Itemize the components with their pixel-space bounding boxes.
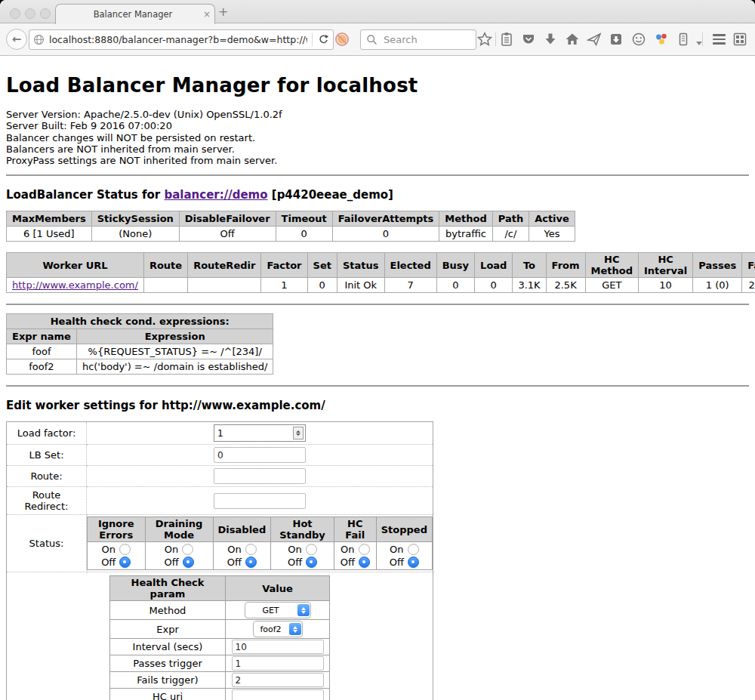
disabled-on-radio[interactable]: [245, 544, 257, 555]
method-select[interactable]: GET: [245, 602, 311, 618]
col-header: Hot Standby: [271, 517, 334, 542]
expr-select[interactable]: foof2: [253, 621, 303, 637]
cell: Off: [179, 227, 276, 242]
load-factor-input-wrap: [214, 424, 306, 442]
balancer-demo-link[interactable]: balancer://demo: [164, 188, 267, 202]
fails-trigger-input[interactable]: [232, 673, 324, 687]
url-bar[interactable]: localhost:8880/balancer-manager?b=demo&w…: [29, 29, 334, 50]
cell: [188, 278, 261, 293]
route-redirect-input[interactable]: [214, 493, 306, 509]
col-header: Load: [475, 253, 513, 278]
title-bar: Balancer Manager × +: [0, 0, 755, 23]
field-label: Load factor:: [7, 422, 87, 445]
worker-url-link[interactable]: http://www.example.com/: [12, 279, 138, 291]
route-input[interactable]: [214, 468, 306, 484]
hot-standby-on-radio[interactable]: [306, 544, 317, 555]
persist-notice-line: Balancer changes will NOT be persisted o…: [6, 132, 749, 143]
radio-label: On: [288, 544, 301, 555]
reading-list-icon[interactable]: [499, 32, 514, 47]
expr-value-cell: %{REQUEST_STATUS} =~ /^[234]/: [76, 344, 273, 359]
radio-label: Off: [288, 557, 302, 568]
divider: [6, 174, 749, 176]
tab-groups-icon[interactable]: [732, 32, 747, 47]
stopped-on-radio[interactable]: [408, 544, 419, 555]
hc-uri-input[interactable]: [232, 689, 324, 700]
ignore-errors-on-radio[interactable]: [119, 544, 131, 555]
search-bar[interactable]: [360, 29, 476, 50]
form-row-health-check: Health Check param Value Method GET: [7, 572, 433, 700]
col-header: Status: [337, 253, 384, 278]
draining-mode-off-radio[interactable]: [183, 557, 194, 568]
bookmark-star-icon[interactable]: [477, 32, 492, 47]
field-label: Route:: [7, 466, 87, 487]
feedback-smiley-icon[interactable]: [631, 32, 646, 47]
pocket-icon[interactable]: [521, 32, 536, 47]
page-content: Load Balancer Manager for localhost Serv…: [0, 56, 755, 700]
extension-download-icon[interactable]: [609, 32, 624, 47]
ignore-errors-off-radio[interactable]: [119, 557, 131, 568]
passes-trigger-input[interactable]: [232, 656, 324, 671]
downloads-icon[interactable]: [543, 32, 558, 47]
table-row: foof2 hc('body') =~ /domain is establish…: [7, 359, 273, 375]
lb-set-input[interactable]: [214, 447, 306, 463]
radio-label: On: [102, 544, 116, 555]
hc-fail-off-radio[interactable]: [359, 557, 370, 568]
load-factor-input[interactable]: [214, 428, 293, 439]
hot-standby-off-radio[interactable]: [306, 557, 317, 568]
reload-icon[interactable]: [317, 33, 330, 46]
zoom-window-button[interactable]: [40, 8, 51, 19]
status-cell-disabled: On Off: [213, 542, 271, 570]
home-icon[interactable]: [565, 32, 580, 47]
col-header: Expression: [76, 329, 273, 344]
worker-table: Worker URL Route RouteRedir Factor Set S…: [6, 252, 755, 293]
tab-balancer-manager[interactable]: Balancer Manager ×: [55, 4, 215, 24]
minimize-window-button[interactable]: [25, 8, 35, 19]
divider: [6, 304, 749, 305]
hc-param-label: Expr: [110, 620, 226, 639]
url-text[interactable]: localhost:8880/balancer-manager?b=demo&w…: [49, 34, 307, 45]
disabled-off-radio[interactable]: [245, 557, 257, 568]
balancer-status-heading: LoadBalancer Status for balancer://demo …: [6, 188, 749, 202]
col-header: StickySession: [91, 211, 179, 227]
radio-label: On: [165, 544, 178, 555]
send-tab-icon[interactable]: [587, 32, 602, 47]
health-check-expressions-table: Health check cond. expressions: Expr nam…: [6, 313, 273, 375]
close-window-button[interactable]: [10, 8, 20, 19]
col-header: To: [513, 253, 546, 278]
browser-window: Balancer Manager × + ← localhost:8880/ba…: [0, 0, 755, 700]
col-header: Fails: [742, 253, 755, 278]
cell: 0: [436, 278, 474, 293]
cell: 0: [475, 278, 513, 293]
adblock-icon[interactable]: [334, 32, 350, 47]
col-header: HC Fail: [334, 517, 376, 542]
col-header: Factor: [261, 253, 307, 278]
expr-name-cell: foof: [7, 344, 77, 359]
heading-prefix: LoadBalancer Status for: [6, 188, 160, 202]
col-header: Value: [226, 576, 330, 601]
table-row: Interval (secs): [110, 639, 330, 655]
chevron-down-icon[interactable]: [692, 35, 707, 51]
interval-input[interactable]: [232, 640, 324, 654]
col-header: HC Method: [585, 253, 638, 278]
cell: 0: [276, 227, 332, 242]
draining-mode-on-radio[interactable]: [182, 544, 193, 555]
hc-fail-on-radio[interactable]: [359, 544, 370, 555]
search-input[interactable]: [382, 33, 461, 46]
container-icon[interactable]: [676, 32, 691, 47]
status-cell-hot-standby: On Off: [271, 542, 334, 570]
tab-close-icon[interactable]: ×: [199, 9, 214, 20]
colorful-dots-extension-icon[interactable]: [654, 32, 669, 47]
col-header: Elected: [384, 253, 436, 278]
heading-suffix: [p4420eeae_demo]: [272, 188, 393, 202]
col-header: Expr name: [7, 329, 77, 344]
stopped-off-radio[interactable]: [408, 557, 419, 568]
proxypass-notice-line: ProxyPass settings are NOT inherited fro…: [6, 155, 749, 166]
radio-label: Off: [101, 557, 116, 568]
number-stepper-icon[interactable]: [293, 427, 304, 439]
menu-icon[interactable]: [711, 32, 726, 47]
col-header: MaxMembers: [7, 211, 92, 227]
table-row: Passes trigger: [110, 655, 330, 672]
new-tab-button[interactable]: +: [218, 5, 228, 19]
cell: bytraffic: [439, 227, 492, 242]
back-button[interactable]: ←: [6, 29, 27, 50]
